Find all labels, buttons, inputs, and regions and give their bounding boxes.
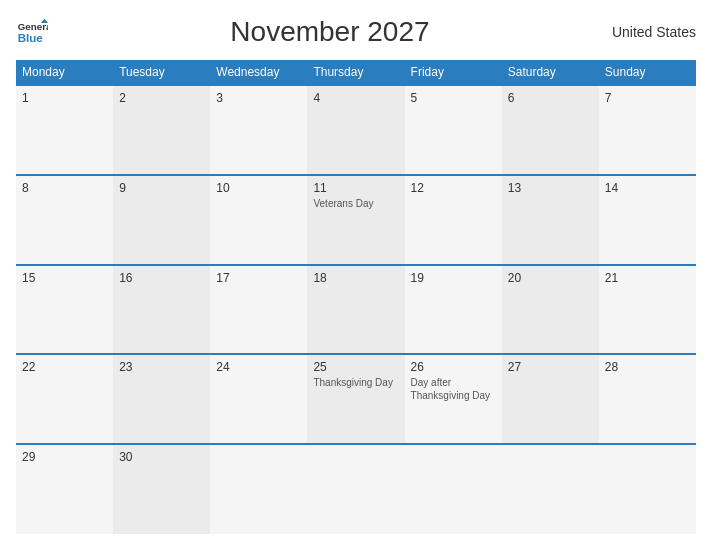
day-cell: 11Veterans Day (307, 175, 404, 265)
day-cell: 13 (502, 175, 599, 265)
week-row-1: 1234567 (16, 85, 696, 175)
calendar-title: November 2027 (230, 16, 429, 48)
day-cell: 21 (599, 265, 696, 355)
day-number: 17 (216, 271, 301, 285)
day-number: 21 (605, 271, 690, 285)
week-row-5: 2930 (16, 444, 696, 534)
day-cell: 17 (210, 265, 307, 355)
column-header-wednesday: Wednesday (210, 60, 307, 85)
day-number: 6 (508, 91, 593, 105)
logo: General Blue (16, 16, 48, 48)
day-cell (210, 444, 307, 534)
day-cell: 25Thanksgiving Day (307, 354, 404, 444)
day-number: 20 (508, 271, 593, 285)
column-header-sunday: Sunday (599, 60, 696, 85)
day-number: 24 (216, 360, 301, 374)
calendar-header: General Blue November 2027 United States (16, 16, 696, 48)
day-number: 13 (508, 181, 593, 195)
day-cell: 29 (16, 444, 113, 534)
day-number: 2 (119, 91, 204, 105)
day-cell: 30 (113, 444, 210, 534)
holiday-label: Veterans Day (313, 197, 398, 210)
day-number: 15 (22, 271, 107, 285)
day-number: 14 (605, 181, 690, 195)
day-cell: 7 (599, 85, 696, 175)
holiday-label: Thanksgiving Day (313, 376, 398, 389)
holiday-label: Day after Thanksgiving Day (411, 376, 496, 402)
day-cell: 1 (16, 85, 113, 175)
calendar-header-row: MondayTuesdayWednesdayThursdayFridaySatu… (16, 60, 696, 85)
day-cell: 14 (599, 175, 696, 265)
day-number: 8 (22, 181, 107, 195)
calendar-body: 1234567891011Veterans Day121314151617181… (16, 85, 696, 534)
week-row-2: 891011Veterans Day121314 (16, 175, 696, 265)
column-header-tuesday: Tuesday (113, 60, 210, 85)
day-cell (502, 444, 599, 534)
day-cell: 15 (16, 265, 113, 355)
day-cell: 8 (16, 175, 113, 265)
day-number: 19 (411, 271, 496, 285)
day-number: 4 (313, 91, 398, 105)
day-number: 1 (22, 91, 107, 105)
day-number: 18 (313, 271, 398, 285)
day-number: 12 (411, 181, 496, 195)
day-cell: 28 (599, 354, 696, 444)
day-number: 11 (313, 181, 398, 195)
day-number: 26 (411, 360, 496, 374)
day-cell: 12 (405, 175, 502, 265)
day-cell: 23 (113, 354, 210, 444)
country-label: United States (612, 24, 696, 40)
day-cell (405, 444, 502, 534)
day-number: 3 (216, 91, 301, 105)
day-cell: 5 (405, 85, 502, 175)
day-number: 7 (605, 91, 690, 105)
day-cell: 27 (502, 354, 599, 444)
logo-icon: General Blue (16, 16, 48, 48)
week-row-4: 22232425Thanksgiving Day26Day after Than… (16, 354, 696, 444)
day-cell: 20 (502, 265, 599, 355)
day-cell: 4 (307, 85, 404, 175)
column-header-saturday: Saturday (502, 60, 599, 85)
day-number: 25 (313, 360, 398, 374)
day-cell: 22 (16, 354, 113, 444)
day-cell: 19 (405, 265, 502, 355)
day-number: 9 (119, 181, 204, 195)
day-number: 23 (119, 360, 204, 374)
day-number: 27 (508, 360, 593, 374)
day-cell (307, 444, 404, 534)
column-header-monday: Monday (16, 60, 113, 85)
day-cell: 26Day after Thanksgiving Day (405, 354, 502, 444)
day-number: 10 (216, 181, 301, 195)
day-number: 22 (22, 360, 107, 374)
calendar-table: MondayTuesdayWednesdayThursdayFridaySatu… (16, 60, 696, 534)
day-cell: 24 (210, 354, 307, 444)
column-header-thursday: Thursday (307, 60, 404, 85)
day-cell: 2 (113, 85, 210, 175)
day-number: 29 (22, 450, 107, 464)
day-number: 16 (119, 271, 204, 285)
day-number: 30 (119, 450, 204, 464)
week-row-3: 15161718192021 (16, 265, 696, 355)
day-number: 5 (411, 91, 496, 105)
day-number: 28 (605, 360, 690, 374)
column-header-friday: Friday (405, 60, 502, 85)
svg-text:Blue: Blue (18, 32, 44, 44)
day-cell: 10 (210, 175, 307, 265)
day-cell: 9 (113, 175, 210, 265)
day-cell: 6 (502, 85, 599, 175)
day-cell: 3 (210, 85, 307, 175)
day-cell (599, 444, 696, 534)
day-cell: 16 (113, 265, 210, 355)
day-cell: 18 (307, 265, 404, 355)
